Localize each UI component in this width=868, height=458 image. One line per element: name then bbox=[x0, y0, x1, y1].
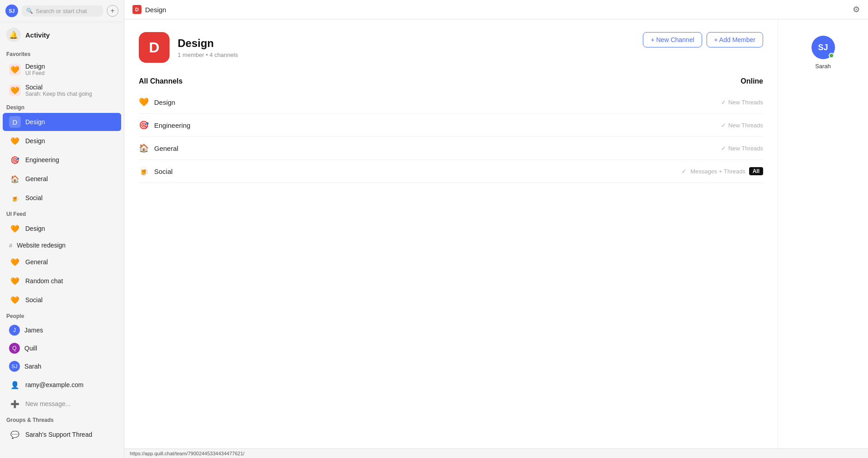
sidebar-item-james[interactable]: J James bbox=[3, 322, 121, 339]
content-area: D Design 1 member • 4 channels + New Cha… bbox=[124, 19, 868, 449]
sidebar-item-design-fav[interactable]: 🧡 Design UI Feed bbox=[3, 60, 121, 79]
sidebar-item-quill[interactable]: Q Quill bbox=[3, 340, 121, 357]
new-message-icon: ➕ bbox=[9, 398, 21, 410]
people-label: People bbox=[0, 309, 124, 321]
workspace-main: D Design 1 member • 4 channels + New Cha… bbox=[124, 19, 778, 449]
channel-left-general: 🏠 General bbox=[139, 143, 178, 153]
design-channel-status: ✓ New Threads bbox=[721, 99, 763, 106]
sidebar-item-website-redesign[interactable]: # Website redesign bbox=[3, 238, 121, 252]
random-chat-icon: 🧡 bbox=[9, 275, 21, 287]
design-fav-text: Design UI Feed bbox=[25, 63, 45, 76]
channel-left-social: 🍺 Social bbox=[139, 166, 173, 176]
check-icon-social: ✓ bbox=[681, 168, 687, 175]
sidebar-item-sarahs-thread[interactable]: 💬 Sarah's Support Thread bbox=[3, 425, 121, 444]
sidebar-item-general[interactable]: 🏠 General bbox=[3, 170, 121, 188]
search-icon: 🔍 bbox=[26, 8, 33, 14]
ramy-label: ramy@example.com bbox=[25, 381, 84, 388]
uifeed-social-label: Social bbox=[25, 296, 42, 304]
workspace-name: Design bbox=[178, 37, 238, 50]
website-redesign-label: Website redesign bbox=[17, 242, 66, 249]
design-section-label: Design bbox=[0, 101, 124, 112]
sidebar-item-uifeed-social[interactable]: 🧡 Social bbox=[3, 291, 121, 309]
james-avatar: J bbox=[9, 325, 20, 336]
ramy-avatar: 👤 bbox=[9, 379, 21, 391]
new-channel-button[interactable]: + New Channel bbox=[643, 32, 702, 47]
sidebar-item-new-message[interactable]: ➕ New message... bbox=[3, 395, 121, 413]
channel-list: 🧡 Design ✓ New Threads 🎯 Engineering bbox=[139, 91, 763, 183]
workspace-icon-large: D bbox=[139, 32, 170, 63]
social-channel-emoji: 🍺 bbox=[139, 166, 149, 176]
user-avatar[interactable]: SJ bbox=[5, 5, 18, 17]
sidebar-item-social[interactable]: 🍺 Social bbox=[3, 189, 121, 207]
general-channel-status: ✓ New Threads bbox=[721, 145, 763, 152]
add-button[interactable]: + bbox=[107, 5, 118, 17]
channel-row-general[interactable]: 🏠 General ✓ New Threads bbox=[139, 137, 763, 160]
uifeed-design-icon: 🧡 bbox=[9, 223, 21, 234]
sidebar-item-random-chat[interactable]: 🧡 Random chat bbox=[3, 272, 121, 290]
favorites-label: Favorites bbox=[0, 47, 124, 59]
workspace-info: D Design 1 member • 4 channels bbox=[139, 32, 238, 63]
online-avatar-initials: SJ bbox=[818, 43, 828, 52]
sidebar: SJ 🔍 Search or start chat + 🔔 Activity F… bbox=[0, 0, 124, 458]
sidebar-item-uifeed-design[interactable]: 🧡 Design bbox=[3, 220, 121, 238]
social-fav-sub: Sarah: Keep this chat going bbox=[25, 91, 92, 97]
design-fav-label: Design bbox=[25, 63, 45, 70]
main-content: D Design ⚙ D Design 1 member • 4 channel… bbox=[124, 0, 868, 458]
general-channel-name: General bbox=[154, 145, 178, 152]
channels-section: All Channels Online 🧡 Design ✓ New Threa… bbox=[139, 77, 763, 183]
general-label: General bbox=[25, 175, 48, 182]
channels-header: All Channels Online bbox=[139, 77, 763, 85]
social-status-text: Messages + Threads bbox=[690, 168, 745, 175]
social-channel-name: Social bbox=[154, 168, 173, 175]
sarah-label: Sarah bbox=[24, 363, 41, 370]
quill-avatar: Q bbox=[9, 343, 20, 354]
channel-left-engineering: 🎯 Engineering bbox=[139, 120, 190, 130]
design-channel-emoji: 🧡 bbox=[139, 97, 149, 107]
sidebar-item-design-ch[interactable]: 🧡 Design bbox=[3, 132, 121, 150]
design-fav-sub: UI Feed bbox=[25, 70, 45, 76]
engineering-icon: 🎯 bbox=[9, 154, 21, 166]
social-channel-status: ✓ Messages + Threads All bbox=[681, 167, 763, 175]
check-icon-engineering: ✓ bbox=[721, 122, 726, 129]
sidebar-item-sarah[interactable]: SJ Sarah bbox=[3, 358, 121, 375]
engineering-channel-emoji: 🎯 bbox=[139, 120, 149, 130]
design-fav-icon: 🧡 bbox=[9, 64, 21, 75]
design-status-text: New Threads bbox=[728, 99, 763, 106]
social-fav-label: Social bbox=[25, 84, 92, 91]
online-title: Online bbox=[741, 77, 763, 85]
sidebar-item-design[interactable]: D Design bbox=[3, 113, 121, 131]
sidebar-item-uifeed-general[interactable]: 🧡 General bbox=[3, 253, 121, 271]
add-member-button[interactable]: + Add Member bbox=[707, 32, 763, 47]
general-icon: 🏠 bbox=[9, 173, 21, 185]
sidebar-item-ramy[interactable]: 👤 ramy@example.com bbox=[3, 376, 121, 394]
search-bar[interactable]: 🔍 Search or start chat bbox=[22, 5, 103, 17]
james-label: James bbox=[24, 327, 43, 334]
all-badge: All bbox=[749, 167, 763, 175]
activity-row[interactable]: 🔔 Activity bbox=[0, 22, 124, 47]
online-user-name: Sarah bbox=[815, 63, 831, 70]
channel-row-design[interactable]: 🧡 Design ✓ New Threads bbox=[139, 91, 763, 114]
hash-icon-1: # bbox=[9, 242, 12, 249]
channel-left-design: 🧡 Design bbox=[139, 97, 175, 107]
uifeed-social-icon: 🧡 bbox=[9, 294, 21, 306]
settings-button[interactable]: ⚙ bbox=[853, 5, 860, 14]
uifeed-general-icon: 🧡 bbox=[9, 256, 21, 268]
uifeed-general-label: General bbox=[25, 258, 48, 266]
design-ch-icon: 🧡 bbox=[9, 135, 21, 147]
social-icon: 🍺 bbox=[9, 192, 21, 204]
status-url: https://app.quill.chat/team/790024453344… bbox=[130, 451, 245, 456]
topbar: D Design ⚙ bbox=[124, 0, 868, 19]
online-user-sarah: SJ Sarah bbox=[785, 36, 861, 70]
sidebar-item-engineering[interactable]: 🎯 Engineering bbox=[3, 151, 121, 169]
activity-icon: 🔔 bbox=[6, 28, 21, 42]
engineering-channel-status: ✓ New Threads bbox=[721, 122, 763, 129]
workspace-header: D Design 1 member • 4 channels + New Cha… bbox=[139, 32, 763, 63]
search-placeholder: Search or start chat bbox=[36, 8, 87, 14]
channel-row-social[interactable]: 🍺 Social ✓ Messages + Threads All bbox=[139, 160, 763, 183]
topbar-workspace-icon: D bbox=[132, 5, 142, 14]
channel-row-engineering[interactable]: 🎯 Engineering ✓ New Threads bbox=[139, 114, 763, 137]
online-panel: SJ Sarah bbox=[778, 19, 868, 449]
sidebar-item-social-fav[interactable]: 🧡 Social Sarah: Keep this chat going bbox=[3, 80, 121, 100]
online-avatar-sarah: SJ bbox=[811, 36, 835, 59]
sidebar-top: SJ 🔍 Search or start chat + bbox=[0, 0, 124, 22]
